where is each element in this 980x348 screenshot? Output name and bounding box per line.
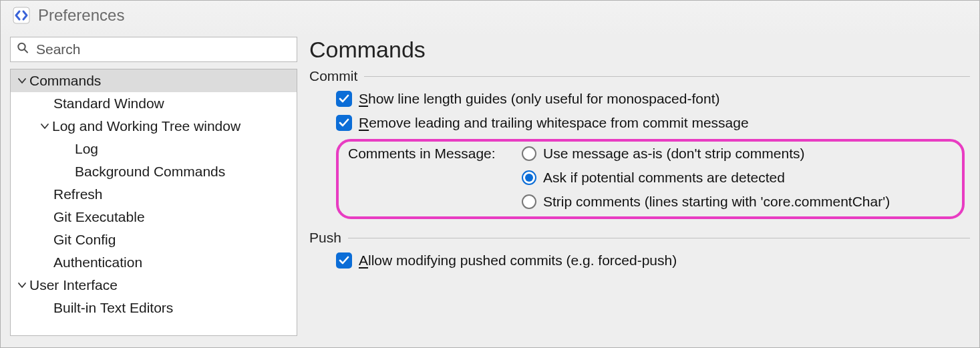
tree-label: Commands: [29, 73, 101, 89]
tree-item-authentication[interactable]: Authentication: [11, 251, 297, 274]
tree-item-log-working-tree[interactable]: Log and Working Tree window: [11, 115, 297, 138]
tree-label: Authentication: [53, 254, 142, 271]
radio-checked-icon: [522, 170, 536, 185]
tree-label: Git Config: [53, 232, 116, 248]
radio-unchecked-icon: [522, 146, 536, 161]
tree-item-git-executable[interactable]: Git Executable: [11, 206, 297, 228]
tree-label: Standard Window: [53, 96, 164, 112]
setting-remove-whitespace[interactable]: Remove leading and trailing whitespace f…: [336, 115, 970, 131]
tree-label: User Interface: [29, 277, 118, 293]
main-panel: Commands Commit Show line length guides …: [309, 37, 970, 336]
titlebar: Preferences: [1, 1, 979, 37]
tree-label: Log: [75, 141, 98, 157]
setting-show-line-guides[interactable]: Show line length guides (only useful for…: [336, 91, 970, 107]
tree-item-git-config[interactable]: Git Config: [11, 228, 297, 251]
nav-tree: Commands Standard Window Log and Working…: [10, 69, 297, 336]
sidebar: Commands Standard Window Log and Working…: [10, 37, 297, 336]
radio-use-as-is[interactable]: Use message as-is (don't strip comments): [522, 146, 953, 162]
chevron-down-icon: [37, 122, 52, 131]
tree-label: Git Executable: [53, 209, 145, 225]
preferences-window: Preferences Commands: [0, 0, 980, 348]
tree-item-refresh[interactable]: Refresh: [11, 183, 297, 206]
search-icon: [17, 42, 29, 57]
radio-label: Strip comments (lines starting with 'cor…: [543, 194, 890, 210]
group-commit: Commit: [309, 68, 970, 84]
window-title: Preferences: [38, 6, 124, 25]
group-commit-label: Commit: [309, 68, 357, 84]
radio-ask-detected[interactable]: Ask if potential comments are detected: [522, 170, 953, 186]
radio-label: Use message as-is (don't strip comments): [543, 146, 804, 162]
tree-label: Log and Working Tree window: [52, 118, 240, 134]
chevron-down-icon: [15, 76, 29, 85]
tree-item-commands[interactable]: Commands: [11, 69, 297, 92]
radio-unchecked-icon: [522, 194, 536, 209]
setting-label: Allow modifying pushed commits (e.g. for…: [359, 252, 677, 269]
checkbox-checked-icon: [336, 91, 352, 107]
group-push: Push: [309, 230, 970, 246]
tree-item-standard-window[interactable]: Standard Window: [11, 92, 297, 115]
tree-label: Background Commands: [75, 164, 225, 180]
tree-label: Refresh: [53, 186, 103, 202]
checkbox-checked-icon: [336, 252, 352, 269]
radio-label: Ask if potential comments are detected: [543, 170, 785, 186]
group-push-label: Push: [309, 230, 341, 246]
setting-allow-modify-pushed[interactable]: Allow modifying pushed commits (e.g. for…: [336, 252, 970, 269]
tree-label: Built-in Text Editors: [53, 300, 173, 316]
radio-strip-comments[interactable]: Strip comments (lines starting with 'cor…: [522, 194, 953, 210]
app-icon: [13, 7, 30, 24]
setting-label: Remove leading and trailing whitespace f…: [359, 115, 749, 131]
tree-item-log[interactable]: Log: [11, 138, 297, 160]
tree-item-builtin-text-editors[interactable]: Built-in Text Editors: [11, 297, 297, 319]
chevron-down-icon: [15, 281, 29, 290]
setting-label: Show line length guides (only useful for…: [359, 91, 720, 107]
checkbox-checked-icon: [336, 115, 352, 131]
svg-line-2: [25, 49, 28, 53]
tree-item-background-commands[interactable]: Background Commands: [11, 160, 297, 183]
page-title: Commands: [309, 37, 970, 63]
highlight-annotation: Comments in Message: Use message as-is (…: [336, 139, 965, 219]
tree-item-user-interface[interactable]: User Interface: [11, 274, 297, 297]
comments-in-message-label: Comments in Message:: [348, 146, 522, 162]
search-input[interactable]: [10, 37, 297, 62]
